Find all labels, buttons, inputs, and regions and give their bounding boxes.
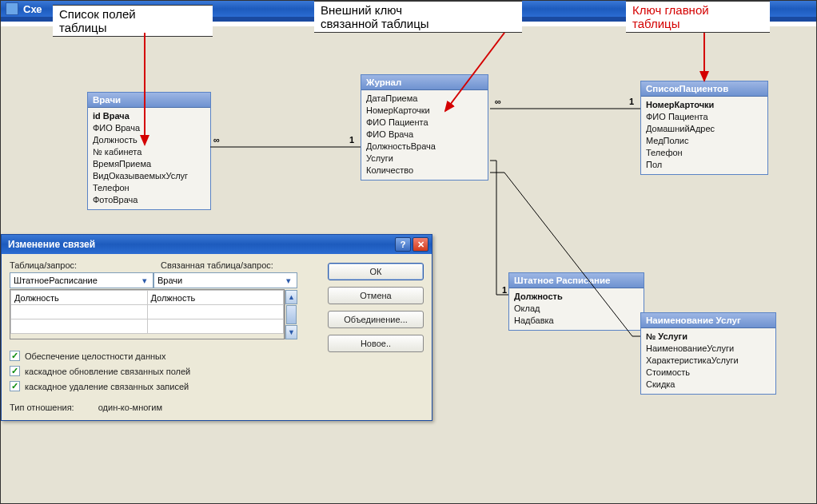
chevron-down-icon: ▾ (138, 274, 151, 287)
label-relation-type: Тип отношения: (10, 403, 74, 412)
table-vrachi[interactable]: Врачи id Врача ФИО Врача Должность № каб… (87, 92, 211, 210)
callout-primary-key: Ключ главнойтаблицы (626, 1, 770, 33)
label-related-table: Связанная таблица/запрос: (161, 260, 297, 270)
checkbox-cascade-update[interactable]: ✓ (10, 366, 20, 376)
join-type-button[interactable]: Объединение... (328, 311, 424, 328)
relation-many-label: ∞ (213, 135, 220, 145)
edit-relationships-dialog[interactable]: Изменение связей ? ✕ Таблица/запрос: Свя… (1, 234, 432, 421)
table-title[interactable]: Врачи (88, 93, 210, 108)
relation-one-label: 1 (502, 285, 507, 295)
label-cascade-update: каскадное обновление связанных полей (25, 367, 190, 376)
dialog-titlebar[interactable]: Изменение связей ? ✕ (2, 235, 432, 254)
combo-related-table[interactable]: Врачи ▾ (153, 272, 297, 288)
checkbox-integrity[interactable]: ✓ (10, 351, 20, 361)
label-cascade-delete: каскадное удаление связанных записей (25, 382, 189, 391)
table-fields: НомерКарточки ФИО Пациента ДомашнийАдрес… (641, 97, 767, 174)
relation-many-label: ∞ (495, 97, 501, 106)
table-title[interactable]: Штатное Расписание (509, 273, 644, 288)
relation-one-label: 1 (629, 97, 634, 106)
app-icon (6, 2, 18, 15)
callout-foreign-key: Внешний ключсвязанной таблицы (314, 1, 522, 33)
table-title[interactable]: Наименование Услуг (641, 313, 775, 328)
chevron-down-icon: ▾ (282, 274, 295, 287)
table-title[interactable]: СписокПациентов (641, 81, 767, 97)
app-title: Схе (23, 3, 42, 15)
combo-table[interactable]: ШтатноеРасписание ▾ (10, 272, 153, 288)
checkbox-cascade-delete[interactable]: ✓ (10, 381, 20, 391)
create-new-button[interactable]: Новое.. (328, 335, 424, 352)
close-button[interactable]: ✕ (412, 237, 428, 252)
ok-button[interactable]: ОК (328, 263, 424, 280)
scroll-up-icon[interactable]: ▲ (285, 290, 297, 304)
table-spisokpatsientov[interactable]: СписокПациентов НомерКарточки ФИО Пациен… (640, 81, 768, 175)
table-shtatnoeraspisanie[interactable]: Штатное Расписание Должность Оклад Надба… (508, 272, 644, 331)
field-mapping-grid[interactable]: Должность Должность (10, 290, 284, 334)
table-zhurnal[interactable]: Журнал ДатаПриема НомерКарточки ФИО Паци… (361, 74, 488, 181)
dialog-title: Изменение связей (8, 239, 95, 250)
table-fields: Должность Оклад Надбавка (509, 288, 644, 330)
help-button[interactable]: ? (395, 237, 411, 252)
table-title[interactable]: Журнал (361, 75, 488, 90)
table-fields: ДатаПриема НомерКарточки ФИО Пациента ФИ… (361, 90, 488, 180)
table-fields: № Услуги НаименованиеУслуги Характеристи… (641, 328, 775, 394)
grid-scrollbar[interactable]: ▲ ▼ (285, 290, 297, 339)
relation-one-label: 1 (349, 135, 354, 145)
label-integrity: Обеспечение целостности данных (25, 351, 165, 361)
callout-field-list: Список полейтаблицы (53, 5, 213, 37)
cancel-button[interactable]: Отмена (328, 287, 424, 304)
scroll-thumb[interactable] (286, 305, 297, 324)
value-relation-type: один-ко-многим (98, 403, 162, 412)
scroll-down-icon[interactable]: ▼ (285, 325, 297, 339)
label-table-query: Таблица/запрос: (10, 260, 146, 270)
table-naimenovanieuslug[interactable]: Наименование Услуг № Услуги Наименование… (640, 312, 776, 395)
table-fields: id Врача ФИО Врача Должность № кабинета … (88, 108, 210, 209)
